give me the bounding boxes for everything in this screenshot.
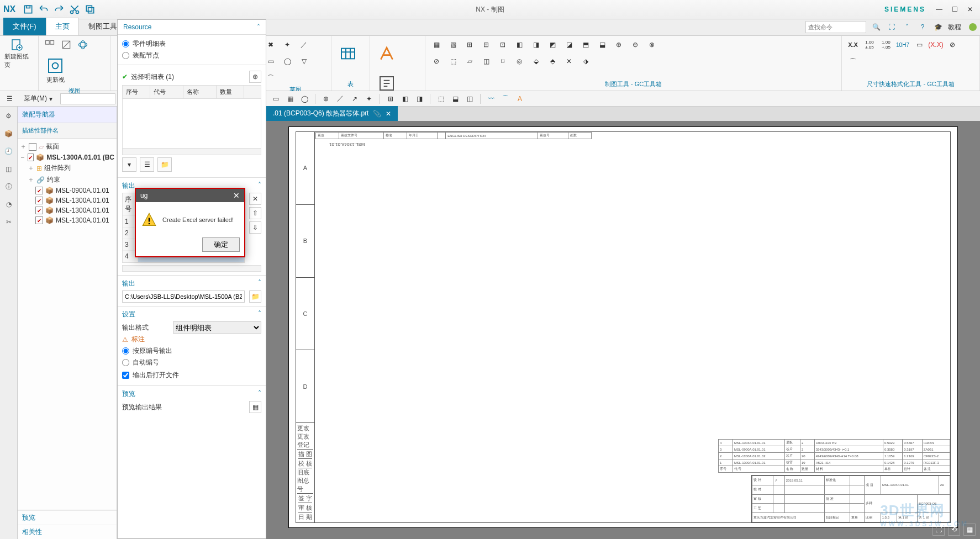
nav-related-section[interactable]: 相关性 <box>18 525 117 539</box>
gc-icon-10[interactable]: ⬒ <box>579 38 592 51</box>
rail-history-icon[interactable]: 🕘 <box>3 145 15 157</box>
search-icon[interactable]: 🔍 <box>871 22 882 33</box>
rail-nav-icon[interactable]: 📦 <box>3 128 15 140</box>
t-curve-icon[interactable]: 〰 <box>485 93 497 105</box>
radio-auto-number[interactable]: 自动编号 <box>122 357 261 368</box>
command-search-input[interactable] <box>805 21 866 33</box>
fullscreen-icon[interactable]: ⛶ <box>886 22 897 33</box>
preview-icon[interactable]: ▦ <box>249 401 261 413</box>
rail-info-icon[interactable]: ⓘ <box>3 181 15 193</box>
list-icon[interactable]: ☰ <box>140 157 154 172</box>
line-icon[interactable]: ／ <box>297 38 310 51</box>
circle-icon[interactable]: ◯ <box>281 55 294 68</box>
dim-xx-icon[interactable]: X.X <box>846 38 860 51</box>
t-icon-13[interactable]: ◫ <box>463 93 476 105</box>
drawing-canvas[interactable]: 更改更改文件号签名年月日ENGLISH DESCRIPTION更改号处数 MSL… <box>266 121 980 539</box>
format-select[interactable]: 组件明细表 <box>173 321 261 334</box>
grid-icon[interactable]: ▦ <box>963 524 976 536</box>
t-icon-9[interactable]: ◧ <box>399 93 411 105</box>
rail-part-icon[interactable]: ◫ <box>3 163 15 175</box>
help-icon[interactable]: ? <box>917 22 928 33</box>
tutorial-label[interactable]: 教程 <box>948 23 961 32</box>
redo-icon[interactable] <box>53 3 65 15</box>
dim-frame-icon[interactable]: ▭ <box>913 38 926 51</box>
t-icon-7[interactable]: ✦ <box>363 93 375 105</box>
tree-pattern-node[interactable]: ＋⊞组件阵列 <box>20 162 114 174</box>
bom-hscrollbar[interactable] <box>122 149 261 155</box>
gc-icon-8[interactable]: ◩ <box>546 38 559 51</box>
dim-10h7-icon[interactable]: 10H7 <box>896 38 909 51</box>
nav-preview-section[interactable]: 预览 <box>18 510 117 525</box>
browse-icon[interactable]: 📁 <box>249 290 261 303</box>
radio-orig-number[interactable]: 按原编号输出 <box>122 345 261 357</box>
gc-icon-7[interactable]: ◨ <box>529 38 542 51</box>
gc-icon-13[interactable]: ⊖ <box>629 38 642 51</box>
gc-icon-6[interactable]: ◧ <box>513 38 526 51</box>
gc-icon-17[interactable]: ▱ <box>463 55 476 68</box>
gc-icon-9[interactable]: ◪ <box>562 38 576 51</box>
gc-icon-20[interactable]: ◎ <box>513 55 526 68</box>
copy-icon[interactable] <box>84 3 96 15</box>
t-icon-4[interactable]: ⊕ <box>320 93 332 105</box>
rail-clock-icon[interactable]: ◔ <box>3 198 15 210</box>
t-spline-icon[interactable]: ⌒ <box>499 93 512 105</box>
t-icon-6[interactable]: ↗ <box>349 93 361 105</box>
dialog-ok-button[interactable]: 确定 <box>202 237 240 252</box>
undo-icon[interactable] <box>38 3 50 15</box>
preview-section-title[interactable]: 预览 <box>122 389 135 399</box>
dim-paren-icon[interactable]: (X.X) <box>929 38 942 51</box>
output-path-title[interactable]: 输出 <box>122 279 135 288</box>
move-up-icon[interactable]: ⇧ <box>249 207 261 219</box>
t-icon-5[interactable]: ／ <box>334 93 346 105</box>
radio-bom[interactable]: 零件明细表 <box>122 38 261 50</box>
t-icon-2[interactable]: ▦ <box>284 93 296 105</box>
new-sheet-button[interactable]: 新建图纸页 <box>4 38 29 69</box>
gc-icon-11[interactable]: ⬓ <box>596 38 609 51</box>
rail-tools-icon[interactable]: ✂ <box>3 216 15 228</box>
dim-tol1-icon[interactable]: 1.00±.05 <box>863 38 876 51</box>
graduation-cap-icon[interactable]: 🎓 <box>932 22 944 33</box>
tree-constraint-node[interactable]: ＋🔗约束 <box>20 174 114 186</box>
view-wizard-icon[interactable] <box>43 38 56 51</box>
base-view-icon[interactable] <box>60 38 73 51</box>
t-icon-1[interactable]: ▭ <box>270 93 282 105</box>
tree-root-node[interactable]: −📦MSL-1300A.01.01 (BC <box>20 152 114 162</box>
tree-child-2[interactable]: 📦MSL-1300A.01.01 <box>20 195 114 205</box>
gc-icon-4[interactable]: ⊟ <box>480 38 493 51</box>
t-icon-11[interactable]: ⬚ <box>435 93 447 105</box>
rail-settings-icon[interactable]: ⚙ <box>3 110 15 122</box>
gc-icon-24[interactable]: ⬗ <box>579 55 592 68</box>
gc-icon-18[interactable]: ◫ <box>480 55 493 68</box>
checkbox-open-after[interactable]: 输出后打开文件 <box>122 368 261 382</box>
t-icon-12[interactable]: ⬓ <box>449 93 461 105</box>
output-section-title[interactable]: 输出 <box>122 181 135 191</box>
dim-circle-icon[interactable]: ⊘ <box>946 38 959 51</box>
output-hscrollbar[interactable] <box>122 265 261 272</box>
close-button[interactable]: ✕ <box>963 4 977 15</box>
t-icon-3[interactable]: ◯ <box>298 93 310 105</box>
bom-table-body[interactable] <box>122 99 261 149</box>
tree-child-1[interactable]: 📦MSL-0900A.01.01 <box>20 186 114 195</box>
t-ann-icon[interactable]: A <box>514 93 526 105</box>
dim-tol2-icon[interactable]: 1.00+.05 <box>879 38 893 51</box>
gc-icon-16[interactable]: ⬚ <box>446 55 460 68</box>
t-icon-10[interactable]: ◨ <box>413 93 425 105</box>
gc-icon-23[interactable]: ✕ <box>562 55 576 68</box>
dialog-close-icon[interactable]: ✕ <box>233 191 240 200</box>
tree-child-3[interactable]: 📦MSL-1300A.01.01 <box>20 205 114 215</box>
settings-section-title[interactable]: 设置 <box>122 310 135 319</box>
gc-icon-19[interactable]: ⌑ <box>496 55 509 68</box>
move-down-icon[interactable]: ⇩ <box>249 221 261 234</box>
minimize-button[interactable]: — <box>932 4 946 15</box>
gc-icon-12[interactable]: ⊕ <box>612 38 625 51</box>
point-icon[interactable]: ✦ <box>281 38 294 51</box>
gc-icon-1[interactable]: ▦ <box>430 38 443 51</box>
cut-icon[interactable] <box>69 3 81 15</box>
gc-icon-2[interactable]: ▧ <box>446 38 460 51</box>
fit-icon[interactable]: ⛶ <box>932 524 945 536</box>
dim-arc-icon[interactable]: ⌒ <box>846 55 860 68</box>
gc-icon-22[interactable]: ⬘ <box>546 55 559 68</box>
t-icon-8[interactable]: ⊞ <box>384 93 397 105</box>
remove-row-icon[interactable]: ✕ <box>249 193 261 205</box>
collapse-icon[interactable]: ˄ <box>257 23 260 31</box>
